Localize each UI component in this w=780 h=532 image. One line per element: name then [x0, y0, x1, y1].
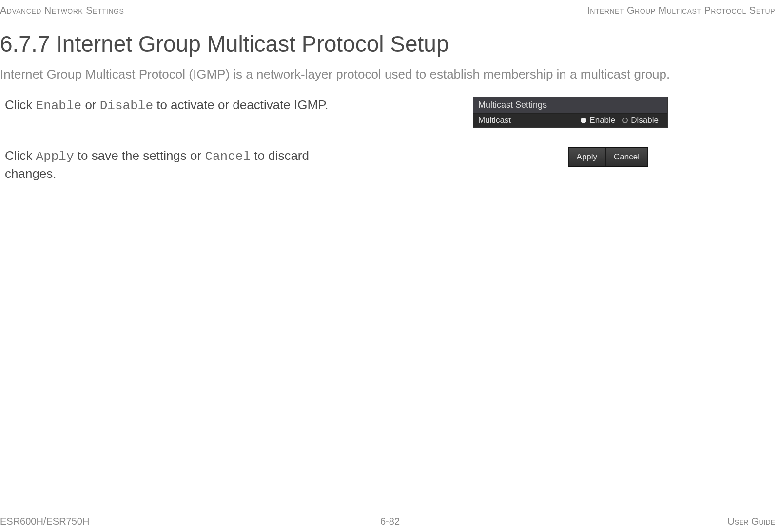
footer-page-number: 6-82	[380, 516, 400, 527]
code-apply: Apply	[36, 149, 74, 164]
radio-disable[interactable]	[622, 118, 628, 123]
code-cancel: Cancel	[205, 149, 251, 164]
radio-disable-label: Disable	[631, 116, 659, 125]
apply-cancel-buttons: Apply Cancel	[568, 147, 648, 167]
instruction-apply-cancel: Click Apply to save the settings or Canc…	[5, 147, 356, 182]
apply-button[interactable]: Apply	[568, 148, 606, 166]
header-right: Internet Group Multicast Protocol Setup	[587, 5, 775, 16]
page-title: 6.7.7 Internet Group Multicast Protocol …	[0, 31, 780, 57]
multicast-label: Multicast	[478, 116, 581, 125]
radio-enable-label: Enable	[589, 116, 615, 125]
row-apply-cancel: Click Apply to save the settings or Canc…	[0, 147, 780, 182]
footer-guide: User Guide	[727, 516, 775, 527]
radio-enable[interactable]	[581, 118, 586, 123]
cancel-button[interactable]: Cancel	[605, 148, 648, 166]
instruction-enable-disable: Click Enable or Disable to activate or d…	[5, 97, 356, 115]
row-enable-disable: Click Enable or Disable to activate or d…	[0, 97, 780, 128]
header-left: Advanced Network Settings	[0, 5, 124, 16]
code-enable: Enable	[36, 99, 82, 113]
intro-paragraph: Internet Group Multicast Protocol (IGMP)…	[0, 67, 780, 82]
multicast-row: Multicast Enable Disable	[473, 114, 667, 127]
footer-model: ESR600H/ESR750H	[0, 516, 89, 527]
code-disable: Disable	[100, 99, 153, 113]
multicast-settings-panel: Multicast Settings Multicast Enable Disa…	[473, 97, 668, 128]
multicast-settings-header: Multicast Settings	[473, 97, 667, 114]
running-header: Advanced Network Settings Internet Group…	[0, 5, 780, 16]
running-footer: ESR600H/ESR750H 6-82 User Guide	[0, 516, 780, 527]
